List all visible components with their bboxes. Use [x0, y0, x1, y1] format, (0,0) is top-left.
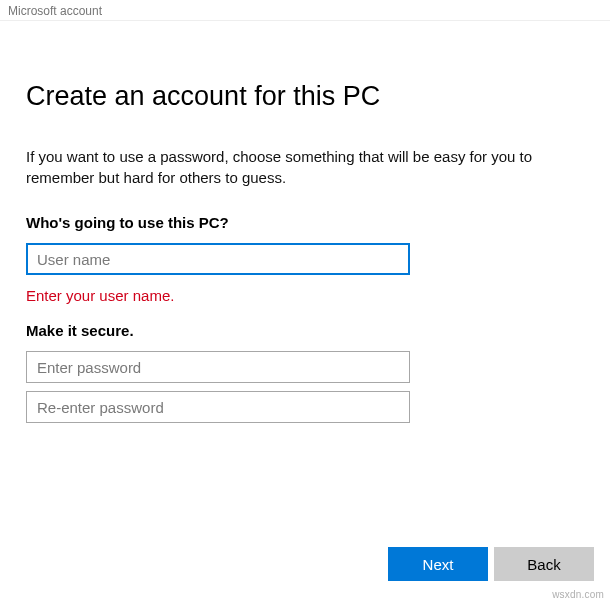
password-input[interactable]: [26, 351, 410, 383]
user-section-label: Who's going to use this PC?: [26, 214, 584, 231]
next-button[interactable]: Next: [388, 547, 488, 581]
button-row: Next Back: [388, 547, 594, 581]
window-title: Microsoft account: [8, 4, 102, 18]
watermark: wsxdn.com: [552, 589, 604, 600]
page-heading: Create an account for this PC: [26, 81, 584, 112]
window-title-bar: Microsoft account: [0, 0, 610, 21]
main-content: Create an account for this PC If you wan…: [0, 21, 610, 423]
page-description: If you want to use a password, choose so…: [26, 146, 584, 188]
username-error: Enter your user name.: [26, 287, 584, 304]
password-section-label: Make it secure.: [26, 322, 584, 339]
username-input[interactable]: [26, 243, 410, 275]
confirm-password-input[interactable]: [26, 391, 410, 423]
back-button[interactable]: Back: [494, 547, 594, 581]
